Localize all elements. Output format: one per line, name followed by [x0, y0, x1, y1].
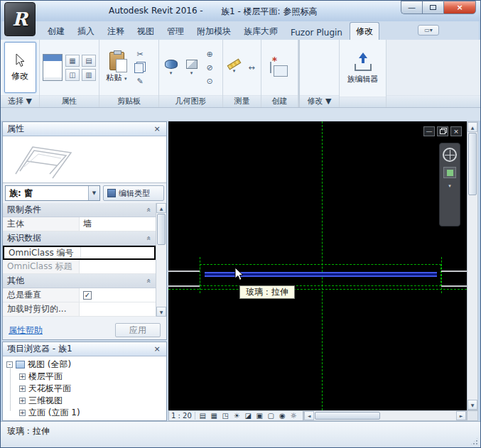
tree-elevations-label[interactable]: 立面 (立面 1) — [28, 407, 80, 419]
tab-insert[interactable]: 插入 — [72, 23, 100, 40]
wall-line-right-top — [441, 271, 467, 272]
row-host-value[interactable]: 墙 — [80, 217, 156, 231]
properties-help-link[interactable]: 属性帮助 — [9, 324, 43, 337]
paper-size-icon[interactable]: ▤ — [198, 411, 208, 420]
properties-close-icon[interactable]: × — [152, 124, 162, 133]
tree-views-all-label[interactable]: 视图 (全部) — [28, 359, 71, 371]
show-crop-region-icon[interactable]: ▢ — [266, 411, 276, 420]
tab-annotate[interactable]: 注释 — [102, 23, 130, 40]
canvas-vertical-scrollbar[interactable]: ▲ ▼ — [467, 121, 478, 410]
minimize-button[interactable]: — — [401, 1, 422, 14]
tree-ceiling-plans-label[interactable]: 天花板平面 — [28, 383, 71, 395]
tab-modify[interactable]: 修改 — [350, 22, 379, 40]
scroll-up-icon[interactable]: ▲ — [468, 122, 477, 132]
tree-toggle-collapse[interactable]: - — [6, 361, 13, 368]
sun-path-icon[interactable]: ☀ — [232, 411, 242, 420]
crop-view-icon[interactable]: ▣ — [254, 411, 265, 420]
paste-button[interactable]: 粘贴 ▾ — [102, 42, 131, 93]
horizontal-reference-plane[interactable] — [168, 289, 467, 290]
row-omniclass-number-label: OmniClass 编号 — [4, 247, 81, 258]
tab-create[interactable]: 创建 — [42, 23, 70, 40]
reveal-hidden-icon[interactable]: ☼ — [288, 411, 299, 420]
visual-style-icon[interactable]: ◳ — [220, 411, 231, 420]
family-type-selector[interactable]: 族: 窗 ▼ — [5, 185, 100, 201]
tab-fuzor-plugin[interactable]: Fuzor Plugin — [285, 25, 348, 40]
ribbon-collapse-button[interactable]: ▭▾ — [418, 25, 439, 35]
join-geometry-button[interactable]: ▾ — [183, 42, 200, 93]
scrollbar-thumb[interactable] — [157, 214, 166, 245]
cut-geometry-button[interactable]: ▾ — [162, 42, 180, 93]
view-minimize-button[interactable]: — — [423, 126, 435, 136]
horizontal-scrollbar-thumb[interactable] — [315, 412, 380, 420]
family-category-button[interactable]: ▦ — [65, 55, 80, 67]
view-restore-button[interactable] — [437, 126, 448, 136]
selector-chevron-down-icon[interactable]: ▼ — [88, 186, 99, 200]
scroll-up-icon[interactable]: ▲ — [156, 203, 166, 213]
tab-addins[interactable]: 附加模块 — [191, 23, 237, 40]
canvas-horizontal-scrollbar[interactable]: ◄ ► — [303, 410, 467, 421]
tree-toggle-expand[interactable]: + — [19, 373, 26, 380]
zoom-tool-icon[interactable] — [443, 167, 456, 178]
family-types-button[interactable]: ▤ — [82, 55, 96, 67]
edit-type-button[interactable]: 编辑类型 — [103, 185, 164, 201]
tree-toggle-expand[interactable]: + — [19, 386, 26, 392]
resize-grip[interactable] — [470, 437, 479, 446]
scroll-left-icon[interactable]: ◄ — [304, 411, 314, 420]
tab-manage[interactable]: 管理 — [161, 23, 190, 40]
apply-button[interactable]: 应用 — [115, 323, 161, 337]
properties-scrollbar[interactable]: ▲ ▼ — [156, 203, 166, 317]
row-cut-with-voids-value[interactable] — [80, 302, 156, 316]
family-editor-load-button[interactable]: 族编辑器 — [342, 42, 383, 94]
maximize-button[interactable] — [422, 1, 443, 14]
tree-toggle-expand[interactable]: + — [19, 398, 26, 404]
scroll-right-icon[interactable]: ► — [456, 411, 466, 420]
application-menu-button[interactable]: R — [4, 2, 36, 36]
section-other[interactable]: 其他 « — [3, 274, 156, 288]
shadows-icon[interactable]: ◪ — [243, 411, 254, 420]
navbar-chevron-down-icon[interactable]: ▾ — [448, 183, 451, 189]
drawing-area[interactable]: — × ▾ 玻璃：拉伸 — [168, 121, 467, 410]
view-close-button[interactable]: × — [450, 126, 462, 136]
scroll-down-icon[interactable]: ▼ — [156, 307, 166, 317]
project-browser-close-icon[interactable]: × — [152, 344, 162, 354]
aligned-dimension-icon[interactable]: ↔ — [245, 62, 258, 73]
tree-floor-plans-label[interactable]: 楼层平面 — [28, 371, 63, 383]
hide-isolate-icon[interactable]: ◉ — [277, 411, 288, 420]
panel-label-modify[interactable]: 修改 ▼ — [300, 95, 339, 107]
section-identity-data[interactable]: 标识数据 « — [3, 231, 156, 246]
properties-palette-button[interactable] — [43, 54, 63, 81]
always-vertical-checkbox[interactable]: ✓ — [83, 291, 92, 300]
right-reference-line[interactable] — [441, 257, 442, 293]
steering-wheel-icon[interactable] — [443, 148, 457, 162]
measure-button[interactable]: ▾ — [226, 42, 242, 93]
left-reference-line[interactable] — [200, 257, 200, 293]
scrollbar-corner — [467, 410, 478, 421]
tree-3d-views: + 三维视图 — [3, 395, 166, 407]
cut-icon[interactable]: ✂ — [134, 49, 146, 60]
family-types-icon: ▤ — [85, 57, 92, 65]
type-properties-button[interactable]: ▥ — [82, 69, 96, 81]
scroll-down-icon[interactable]: ▼ — [468, 400, 477, 410]
tab-family-library-master[interactable]: 族库大师 — [238, 23, 283, 40]
family-parameters-button[interactable]: ◫ — [65, 69, 80, 81]
close-button[interactable]: × — [443, 1, 476, 14]
section-constraints[interactable]: 限制条件 « — [3, 203, 156, 217]
row-omniclass-number-value[interactable] — [81, 247, 154, 258]
tree-toggle-expand[interactable]: + — [19, 410, 26, 416]
detail-level-icon[interactable]: ▦ — [209, 411, 220, 420]
panel-label-select[interactable]: 选择 ▼ — [1, 95, 39, 107]
copy-icon[interactable] — [134, 62, 146, 73]
create-group-button[interactable] — [264, 62, 279, 72]
modify-tool-button[interactable]: 修改 — [4, 42, 36, 93]
row-omniclass-title-value[interactable] — [80, 260, 156, 273]
demolish-icon[interactable]: ⊘ — [203, 62, 216, 73]
tree-3d-views-label[interactable]: 三维视图 — [28, 395, 63, 407]
cope-icon[interactable]: ⊙ — [203, 76, 216, 87]
mouse-cursor — [234, 267, 244, 281]
match-type-icon[interactable]: ✎ — [134, 76, 146, 87]
tab-view[interactable]: 视图 — [131, 23, 160, 40]
row-always-vertical-label: 总是垂直 — [3, 288, 80, 302]
vertical-scrollbar-thumb[interactable] — [468, 133, 477, 195]
view-scale-control[interactable]: 1 : 20 — [171, 412, 195, 420]
paint-icon[interactable]: ⊕ — [203, 49, 216, 60]
